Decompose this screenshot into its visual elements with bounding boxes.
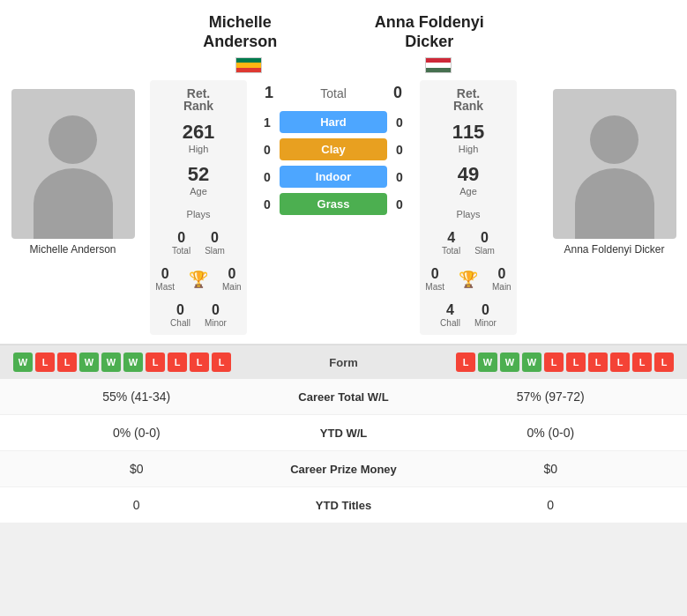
form-center-label: Form [300, 356, 388, 369]
form-badge-p2: L [566, 353, 586, 372]
total-label: Total [280, 86, 387, 100]
player1-total-val: 0 [172, 230, 190, 246]
player2-stats-col: Ret.Rank 115 High 49 Age Plays [420, 80, 517, 335]
hard-btn[interactable]: Hard [280, 111, 387, 133]
avatar-body-2 [575, 168, 654, 239]
form-badge-p2: W [500, 353, 519, 372]
player1-rank-label: Ret.Rank [183, 87, 213, 112]
indoor-btn[interactable]: Indoor [280, 166, 387, 188]
stats-row: 0YTD Titles0 [0, 487, 687, 523]
stats-row-left-0: 55% (41-34) [18, 390, 256, 404]
player1-high: 261 High [183, 122, 215, 154]
hard-row: 1 Hard 0 [258, 111, 408, 133]
player2-rank-label: Ret.Rank [453, 87, 483, 112]
form-badge-p2: W [478, 353, 497, 372]
player2-main-lbl: Main [492, 282, 512, 292]
player2-slam-lbl: Slam [474, 246, 495, 256]
stats-grid: Ret.Rank 261 High 52 Age Plays [146, 80, 541, 335]
stats-row-center-3: YTD Titles [256, 499, 432, 512]
stats-row-right-1: 0% (0-0) [432, 426, 670, 440]
player2-high-value: 115 [452, 122, 485, 142]
stats-table: 55% (41-34)Career Total W/L57% (97-72)0%… [0, 379, 687, 523]
player2-minor: 0 Minor [474, 302, 497, 328]
player1-age-label: Age [188, 186, 209, 197]
grass-score-right: 0 [391, 197, 408, 212]
player1-slam: 0 Slam [205, 230, 225, 256]
grass-btn[interactable]: Grass [280, 193, 387, 215]
form-badge-p2: L [654, 353, 674, 372]
avatar-head-2 [590, 115, 638, 164]
stats-row: $0Career Prize Money$0 [0, 451, 687, 487]
total-score-left: 1 [258, 84, 280, 102]
form-badge-p1: L [57, 353, 77, 372]
player1-age-value: 52 [188, 165, 209, 184]
form-right: LWWWLLLLLL [388, 353, 675, 372]
player2-mast: 0 Mast [425, 266, 444, 292]
avatar-body-1 [34, 168, 113, 239]
player2-avatar [553, 89, 676, 239]
form-badge-p2: W [522, 353, 541, 372]
player2-total-lbl: Total [442, 246, 460, 256]
hard-score-left: 1 [258, 115, 276, 130]
form-section: WLLWWWLLLL Form LWWWLLLLLL [0, 345, 687, 379]
indoor-row: 0 Indoor 0 [258, 166, 408, 188]
player1-name-top: MichelleAnderson [203, 13, 277, 51]
player1-chall-lbl: Chall [170, 318, 190, 328]
form-badge-p1: L [190, 353, 209, 372]
avatar-head-1 [49, 115, 97, 164]
player2-trophy-icon: 🏆 [459, 270, 478, 289]
player-section: Michelle Anderson MichelleAnderson Anna … [0, 0, 687, 345]
player1-main: 0 Main [222, 266, 242, 292]
hard-score-right: 0 [391, 115, 408, 130]
player2-mast-lbl: Mast [425, 282, 444, 292]
player1-photo-col: Michelle Anderson [0, 9, 146, 335]
form-badge-p1: L [35, 353, 55, 372]
middle-col: 1 Total 0 1 Hard 0 0 Clay 0 [254, 80, 413, 335]
stats-row-right-0: 57% (97-72) [432, 390, 670, 404]
player2-main: 0 Main [492, 266, 512, 292]
player1-flag [235, 57, 262, 73]
form-badge-p2: L [588, 353, 608, 372]
total-row: 1 Total 0 [258, 80, 408, 106]
stats-row-left-2: $0 [18, 462, 256, 476]
player1-chall-val: 0 [170, 302, 190, 318]
form-badge-p1: W [101, 353, 121, 372]
player2-total-slam: 4 Total 0 Slam [442, 230, 495, 256]
stats-row: 55% (41-34)Career Total W/L57% (97-72) [0, 379, 687, 415]
stats-row: 0% (0-0)YTD W/L0% (0-0) [0, 415, 687, 451]
form-badge-p2: L [632, 353, 652, 372]
stats-row-left-1: 0% (0-0) [18, 426, 256, 440]
clay-score-right: 0 [391, 143, 408, 157]
stats-row-center-2: Career Prize Money [256, 463, 432, 476]
stats-row-right-3: 0 [432, 498, 670, 512]
player2-main-val: 0 [492, 266, 512, 282]
player1-mast: 0 Mast [155, 266, 175, 292]
form-badge-p1: L [212, 353, 231, 372]
player2-high: 115 High [452, 122, 485, 154]
stats-row-right-2: $0 [432, 462, 670, 476]
player1-avatar [11, 89, 135, 239]
player2-total-val: 4 [442, 230, 460, 246]
player1-high-value: 261 [183, 122, 215, 142]
player2-age-label: Age [458, 186, 479, 197]
player1-chall: 0 Chall [170, 302, 190, 328]
player1-main-val: 0 [222, 266, 242, 282]
form-badge-p1: L [168, 353, 187, 372]
player1-high-label: High [183, 144, 215, 154]
form-badge-p2: L [610, 353, 630, 372]
clay-btn[interactable]: Clay [280, 138, 387, 160]
player1-total-slam: 0 Total 0 Slam [172, 230, 225, 256]
player1-main-lbl: Main [222, 282, 242, 292]
indoor-score-right: 0 [391, 170, 408, 184]
player1-total-lbl: Total [172, 246, 190, 256]
stats-row-center-1: YTD W/L [256, 427, 432, 440]
player2-minor-val: 0 [474, 302, 497, 318]
player1-mast-val: 0 [155, 266, 175, 282]
player2-photo-col: Anna Foldenyi Dicker [541, 9, 687, 335]
player2-slam: 0 Slam [474, 230, 495, 256]
player1-slam-lbl: Slam [205, 246, 225, 256]
form-badge-p1: W [13, 353, 33, 372]
player2-flag [425, 57, 452, 73]
flag-row [146, 56, 541, 80]
player2-name-bottom: Anna Foldenyi Dicker [564, 243, 664, 256]
